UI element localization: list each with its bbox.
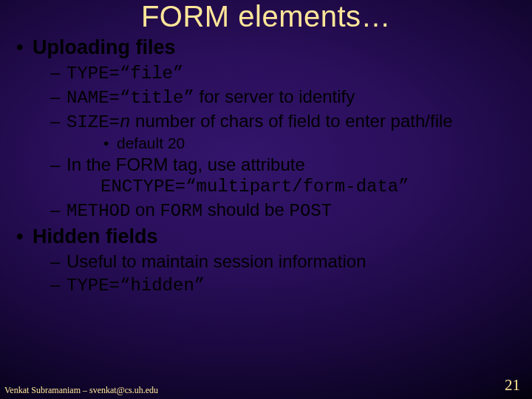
- bullet-name-title: NAME=“title” for server to identify: [33, 86, 517, 109]
- code-var: n: [120, 112, 130, 132]
- bullet-session-info: Useful to maintain session information: [33, 250, 517, 272]
- code-text: POST: [289, 201, 332, 221]
- sub-sub-list: default 20: [66, 134, 517, 153]
- topic-heading: Hidden fields: [33, 225, 158, 248]
- plain-text: Useful to maintain session information: [66, 251, 366, 271]
- plain-text: In the FORM tag, use attribute: [66, 154, 305, 174]
- code-text: TYPE=“hidden”: [66, 276, 205, 296]
- plain-text: number of chars of field to enter path/f…: [130, 111, 452, 131]
- plain-text: should be: [202, 200, 289, 219]
- slide: FORM elements… Uploading files TYPE=“fil…: [0, 0, 532, 399]
- code-text: SIZE=: [66, 112, 120, 132]
- footer-page-number: 21: [505, 376, 520, 395]
- bullet-type-hidden: TYPE=“hidden”: [33, 273, 517, 296]
- bullet-type-file: TYPE=“file”: [33, 61, 517, 84]
- sub-list: Useful to maintain session information T…: [33, 250, 517, 297]
- footer-author: Venkat Subramaniam – svenkat@cs.uh.edu: [4, 385, 158, 396]
- topic-heading: Uploading files: [33, 36, 176, 58]
- bullet-list: Uploading files TYPE=“file” NAME=“title”…: [15, 35, 517, 297]
- code-text: METHOD: [66, 201, 130, 221]
- code-text: FORM: [160, 201, 202, 221]
- bullet-form-enctype: In the FORM tag, use attribute ENCTYPE=“…: [33, 154, 517, 197]
- slide-body: Uploading files TYPE=“file” NAME=“title”…: [15, 35, 517, 377]
- plain-text: default 20: [117, 134, 185, 151]
- sub-list: TYPE=“file” NAME=“title” for server to i…: [33, 61, 517, 222]
- plain-text: for server to identify: [194, 86, 355, 106]
- slide-title: FORM elements…: [0, 0, 532, 33]
- code-text: TYPE=“file”: [66, 64, 183, 83]
- bullet-size-n: SIZE=n number of chars of field to enter…: [33, 110, 517, 152]
- code-line: ENCTYPE=“multipart/form-data”: [66, 176, 517, 197]
- bullet-method-post: METHOD on FORM should be POST: [33, 199, 517, 222]
- bullet-default-20: default 20: [66, 134, 517, 153]
- topic-hidden-fields: Hidden fields Useful to maintain session…: [15, 225, 517, 296]
- code-text: NAME=“title”: [66, 88, 194, 108]
- topic-uploading-files: Uploading files TYPE=“file” NAME=“title”…: [15, 35, 517, 222]
- plain-text: on: [130, 200, 160, 219]
